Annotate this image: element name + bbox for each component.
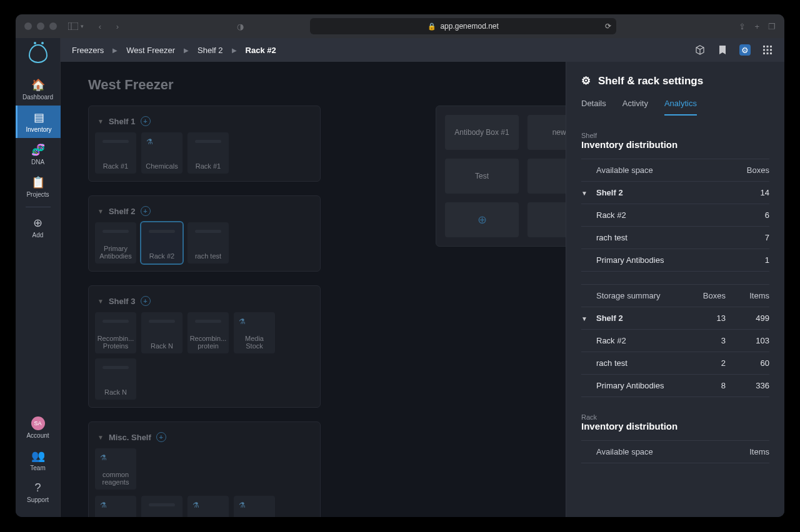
shield-icon[interactable]: ◑ — [234, 20, 246, 32]
table-row[interactable]: Primary Antibodies1 — [581, 249, 769, 272]
rack-card[interactable]: Rack #2 — [141, 222, 182, 264]
breadcrumb-item[interactable]: West Freezer — [126, 46, 175, 55]
freezer-canvas[interactable]: West Freezer ▼Shelf 1+Rack #1⚗ChemicalsR… — [61, 62, 566, 517]
projects-icon: 📋 — [31, 175, 45, 189]
nav-account[interactable]: SA Account — [16, 411, 61, 444]
shelf-name: Shelf 1 — [109, 117, 136, 126]
gear-icon[interactable]: ⚙ — [739, 44, 751, 56]
nav-add-label: Add — [32, 232, 44, 239]
chevron-down-icon: ▼ — [581, 190, 588, 197]
table-header: Available spaceItems — [581, 440, 769, 463]
reload-icon[interactable]: ⟳ — [605, 22, 611, 31]
row-value: 7 — [726, 233, 769, 242]
row-name: Rack #2 — [596, 210, 726, 220]
rack-card[interactable]: rach test — [188, 222, 229, 264]
add-rack-button[interactable]: + — [141, 296, 151, 306]
app-logo[interactable] — [29, 44, 48, 63]
newtab-icon[interactable]: + — [754, 22, 759, 31]
sidebar-toggle[interactable]: ▾ — [68, 22, 84, 30]
dna-icon: 🧬 — [31, 143, 45, 157]
share-icon[interactable]: ⇪ — [739, 22, 746, 31]
rack-card[interactable]: Recombin... protein — [188, 312, 229, 353]
box-card[interactable] — [528, 159, 566, 194]
minimize-window[interactable] — [37, 22, 44, 30]
rack-label: Rack #1 — [103, 162, 128, 170]
bookmark-icon[interactable] — [717, 44, 728, 56]
forward-button[interactable]: › — [111, 20, 124, 32]
breadcrumb-item[interactable]: Freezers — [72, 46, 104, 55]
nav-team[interactable]: 👥 Team — [16, 444, 61, 476]
rack-card[interactable]: Rack #1 — [188, 132, 229, 174]
rack-card[interactable]: ⚗Plates — [234, 496, 275, 517]
rack-card[interactable]: Primary Antibodies — [95, 222, 136, 264]
shelf-header[interactable]: ▼Shelf 3+ — [95, 293, 314, 312]
box-card[interactable] — [528, 202, 566, 237]
row-name: rach test — [596, 233, 726, 242]
row-value: 14 — [726, 188, 769, 197]
rack-card[interactable]: Rack #1 — [95, 132, 136, 174]
tab-activity[interactable]: Activity — [622, 99, 648, 116]
table-row[interactable]: rach test7 — [581, 227, 769, 249]
rack-card[interactable]: ⚗container — [95, 496, 136, 517]
rack-card[interactable]: ⚗Chemicals — [141, 132, 182, 174]
address-bar[interactable]: 🔒 app.genemod.net ⟳ — [310, 18, 616, 34]
help-icon: ? — [34, 481, 41, 495]
shelf-header[interactable]: ▼Misc. Shelf+ — [95, 430, 314, 448]
table-row[interactable]: ▼Shelf 213499 — [581, 307, 769, 330]
zoom-window[interactable] — [49, 22, 57, 30]
table-row[interactable]: Rack #26 — [581, 204, 769, 227]
rack-card[interactable]: Recombin... Proteins — [95, 312, 136, 353]
nav-separator — [26, 207, 51, 207]
avatar: SA — [31, 416, 45, 430]
people-icon: 👥 — [31, 449, 45, 463]
add-rack-button[interactable]: + — [156, 432, 166, 442]
nav-item-dashboard[interactable]: 🏠Dashboard — [16, 73, 61, 106]
rack-label: Rack N — [151, 342, 173, 350]
box-card[interactable]: new bo — [528, 115, 566, 150]
row-name: Primary Antibodies — [596, 381, 682, 390]
nav-item-inventory[interactable]: ▤Inventory — [16, 106, 61, 138]
nav-item-dna[interactable]: 🧬DNA — [16, 138, 61, 170]
browser-chrome: ▾ ‹ › ◑ 🔒 app.genemod.net ⟳ ⇪ + ❐ — [16, 14, 784, 38]
row-value: 13 — [682, 313, 726, 323]
breadcrumb-item[interactable]: Shelf 2 — [198, 46, 222, 55]
rack-card[interactable]: rack 1 — [141, 496, 182, 517]
box-card[interactable]: Test — [445, 159, 519, 194]
close-window[interactable] — [24, 22, 32, 30]
rack-card[interactable]: ⚗common reagents — [95, 448, 136, 490]
add-box-button[interactable]: ⊕ — [445, 202, 519, 237]
tab-details[interactable]: Details — [581, 99, 606, 116]
tab-analytics[interactable]: Analytics — [664, 99, 697, 116]
table-row[interactable]: rach test260 — [581, 352, 769, 375]
tabs-icon[interactable]: ❐ — [768, 22, 776, 31]
flask-icon: ⚗ — [100, 501, 107, 510]
shelf-panel: ▼Shelf 3+Recombin... ProteinsRack NRecom… — [88, 285, 321, 408]
rack-card[interactable]: Rack N — [95, 358, 136, 400]
nav-support-label: Support — [27, 496, 49, 503]
table-row[interactable]: Primary Antibodies8336 — [581, 375, 769, 397]
rack-label: Rack N — [104, 388, 127, 396]
add-rack-button[interactable]: + — [141, 206, 151, 216]
table-row[interactable]: Rack #23103 — [581, 330, 769, 352]
rack-label: Rack #2 — [149, 252, 174, 260]
svg-rect-0 — [68, 22, 78, 30]
rack-card[interactable]: ⚗common agents — [188, 496, 229, 517]
capacity-bar — [149, 503, 175, 506]
nav-add[interactable]: ⊕ Add — [16, 211, 61, 244]
side-nav: 🏠Dashboard▤Inventory🧬DNA📋Projects ⊕ Add … — [16, 38, 61, 517]
nav-support[interactable]: ? Support — [16, 476, 61, 508]
section-title: Inventory distribution — [581, 421, 769, 431]
back-button[interactable]: ‹ — [94, 20, 106, 32]
box-card[interactable]: Antibody Box #1 — [445, 115, 519, 150]
svg-rect-10 — [770, 52, 772, 54]
nav-item-projects[interactable]: 📋Projects — [16, 170, 61, 203]
table-row[interactable]: ▼Shelf 214 — [581, 182, 769, 204]
add-rack-button[interactable]: + — [141, 116, 151, 126]
package-icon[interactable] — [694, 44, 706, 56]
rack-card[interactable]: ⚗Media Stock — [234, 312, 275, 353]
rack-card[interactable]: Rack N — [141, 312, 182, 353]
shelf-header[interactable]: ▼Shelf 1+ — [95, 114, 314, 132]
shelf-header[interactable]: ▼Shelf 2+ — [95, 204, 314, 222]
row-name: Shelf 2 — [596, 188, 726, 197]
apps-grid-icon[interactable] — [762, 44, 773, 56]
